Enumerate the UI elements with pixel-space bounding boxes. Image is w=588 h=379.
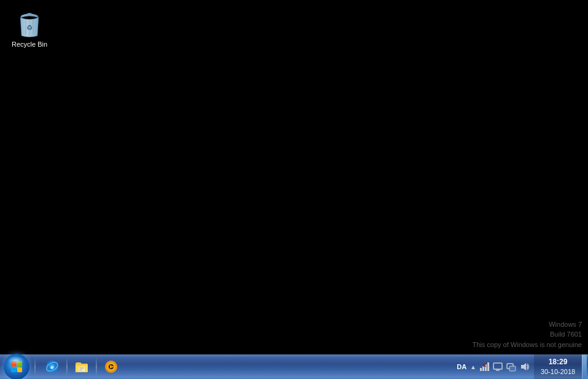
svg-point-17 bbox=[110, 366, 112, 368]
taskbar: e bbox=[0, 354, 588, 379]
tray-window-icon[interactable] bbox=[505, 361, 517, 373]
desktop: ♻ Recycle Bin Windows 7 Build 7601 This … bbox=[0, 0, 588, 354]
svg-line-26 bbox=[500, 369, 500, 370]
svg-text:e: e bbox=[51, 363, 54, 370]
recycle-bin-label: Recycle Bin bbox=[12, 40, 47, 49]
tray-volume-icon[interactable] bbox=[519, 361, 531, 373]
svg-rect-28 bbox=[509, 366, 516, 371]
tray-icons: DA ▲ ✕ bbox=[452, 361, 534, 373]
clock-time: 18:29 bbox=[549, 358, 568, 367]
svg-rect-24 bbox=[496, 370, 500, 371]
windows-watermark: Windows 7 Build 7601 This copy of Window… bbox=[472, 319, 582, 350]
show-desktop-button[interactable] bbox=[582, 354, 587, 379]
watermark-line1: Windows 7 bbox=[472, 319, 582, 330]
svg-text:♻: ♻ bbox=[26, 24, 33, 31]
pinned-internet-explorer[interactable]: e bbox=[40, 356, 64, 378]
pinned-media-player[interactable] bbox=[99, 356, 123, 378]
svg-text:✕: ✕ bbox=[482, 363, 487, 369]
svg-marker-29 bbox=[521, 363, 526, 370]
tray-network-icon[interactable]: ✕ bbox=[478, 361, 490, 373]
pinned-file-explorer[interactable] bbox=[69, 356, 94, 378]
svg-rect-10 bbox=[79, 367, 84, 368]
svg-rect-0 bbox=[27, 13, 31, 15]
start-orb bbox=[4, 354, 29, 379]
taskbar-separator-2 bbox=[66, 358, 68, 376]
recycle-bin-image: ♻ bbox=[15, 9, 44, 38]
watermark-line2: Build 7601 bbox=[472, 329, 582, 340]
taskbar-separator-3 bbox=[96, 358, 97, 376]
clock-date: 30-10-2018 bbox=[541, 367, 575, 376]
svg-rect-12 bbox=[79, 370, 82, 370]
clock[interactable]: 18:29 30-10-2018 bbox=[534, 354, 582, 379]
windows-logo-icon bbox=[11, 361, 22, 372]
start-button[interactable] bbox=[0, 354, 33, 379]
tray-monitor-icon[interactable] bbox=[492, 361, 504, 373]
system-tray: DA ▲ ✕ bbox=[452, 354, 588, 379]
pinned-icons-area: e bbox=[37, 354, 126, 379]
recycle-bin-icon[interactable]: ♻ Recycle Bin bbox=[6, 6, 53, 51]
tray-language[interactable]: DA bbox=[454, 363, 469, 370]
svg-rect-23 bbox=[493, 363, 502, 369]
svg-line-25 bbox=[495, 369, 496, 370]
taskbar-separator-1 bbox=[34, 358, 36, 376]
watermark-line3: This copy of Windows is not genuine bbox=[472, 340, 582, 350]
tray-expand-arrow[interactable]: ▲ bbox=[469, 364, 478, 370]
svg-rect-21 bbox=[487, 362, 489, 371]
svg-rect-11 bbox=[79, 369, 84, 369]
